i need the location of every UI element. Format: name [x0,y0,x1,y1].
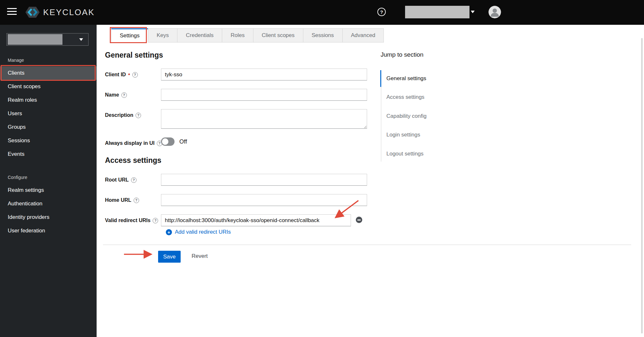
sidebar-item-realm-settings[interactable]: Realm settings [0,183,97,197]
always-display-state: Off [179,138,187,145]
client-id-label: Client ID [105,72,126,78]
client-id-help-icon[interactable]: ? [132,72,138,78]
root-url-label: Root URL [105,177,129,183]
redirect-uris-help-icon[interactable]: ? [153,218,158,223]
sidebar-item-user-federation[interactable]: User federation [0,224,97,238]
footer-divider [103,245,631,245]
sidebar-item-sessions[interactable]: Sessions [0,134,97,147]
tab-roles[interactable]: Roles [222,28,253,42]
sidebar-item-identity-providers[interactable]: Identity providers [0,211,97,224]
access-settings-heading: Access settings [105,156,161,165]
chevron-down-icon [79,38,83,41]
tab-settings[interactable]: Settings [111,28,148,42]
nav-group-spacer [0,161,97,174]
keycloak-brand[interactable]: KEYCLOAK [25,6,95,18]
name-help-icon[interactable]: ? [121,92,127,98]
remove-redirect-uri-button[interactable] [356,217,362,223]
root-url-input[interactable] [161,174,367,186]
redirect-uri-input[interactable] [161,214,351,226]
name-label-row: Name ? [105,92,127,98]
sidebar-item-groups[interactable]: Groups [0,120,97,134]
sidebar-item-clients[interactable]: Clients [0,66,97,80]
jump-item-logout-settings[interactable]: Logout settings [386,151,423,157]
sidebar-nav: Manage Clients Client scopes Realm roles… [0,57,97,238]
add-redirect-uri-button[interactable]: + Add valid redirect URIs [166,229,231,235]
tab-credentials[interactable]: Credentials [177,28,222,42]
user-avatar-icon [488,6,501,18]
nav-group-configure-label: Configure [0,174,97,181]
description-label: Description [105,112,133,118]
name-label: Name [105,92,119,98]
description-help-icon[interactable]: ? [136,113,141,118]
vertical-scrollbar[interactable] [641,38,643,333]
jump-to-section-heading: Jump to section [381,51,423,58]
app-header: KEYCLOAK ? [0,0,644,25]
always-display-toggle[interactable] [161,137,175,146]
redirect-uris-label: Valid redirect URIs [105,218,150,223]
chevron-down-icon[interactable] [471,11,475,13]
jump-item-general-settings[interactable]: General settings [386,75,426,82]
tab-advanced[interactable]: Advanced [343,28,384,42]
required-asterisk: * [128,72,130,78]
tab-keys[interactable]: Keys [148,28,177,42]
nav-group-manage-label: Manage [0,57,97,64]
home-url-label-row: Home URL ? [105,197,139,203]
sidebar-item-events[interactable]: Events [0,147,97,161]
client-detail-tabs: Settings Keys Credentials Roles Client s… [111,28,384,42]
name-input[interactable] [161,89,367,101]
home-url-label: Home URL [105,197,131,203]
sidebar-item-realm-roles[interactable]: Realm roles [0,93,97,107]
always-display-label: Always display in UI [105,140,155,146]
user-menu-redacted[interactable] [405,6,469,18]
add-redirect-uri-label: Add valid redirect URIs [175,229,231,235]
realm-selector[interactable] [6,33,89,46]
toggle-knob [162,138,168,145]
sidebar-item-client-scopes[interactable]: Client scopes [0,80,97,93]
always-display-label-row: Always display in UI ? [105,140,162,146]
realm-name-redacted [8,34,62,45]
plus-circle-icon: + [166,229,172,235]
keycloak-admin-page: KEYCLOAK ? Manage Clients Client scopes … [0,0,644,337]
client-id-input[interactable] [161,69,367,80]
home-url-help-icon[interactable]: ? [134,198,139,203]
sidebar-item-users[interactable]: Users [0,107,97,120]
brand-name: KEYCLOAK [43,7,95,17]
hamburger-menu-icon[interactable] [7,8,17,17]
home-url-input[interactable] [161,194,367,206]
keycloak-logo-icon [25,6,40,18]
description-textarea[interactable] [161,109,367,129]
description-label-row: Description ? [105,112,141,118]
save-button[interactable]: Save [158,251,181,263]
help-icon[interactable]: ? [377,8,386,16]
client-id-label-row: Client ID * ? [105,71,138,78]
jump-item-capability-config[interactable]: Capability config [386,113,427,119]
jump-item-access-settings[interactable]: Access settings [386,94,424,100]
jump-item-login-settings[interactable]: Login settings [386,132,420,138]
redirect-uris-label-row: Valid redirect URIs ? [105,217,158,224]
root-url-label-row: Root URL ? [105,177,137,183]
root-url-help-icon[interactable]: ? [131,177,137,183]
revert-button[interactable]: Revert [192,253,208,259]
jump-section-active-rule [380,70,381,87]
sidebar: Manage Clients Client scopes Realm roles… [0,25,97,337]
avatar[interactable] [488,6,501,18]
sidebar-item-authentication[interactable]: Authentication [0,197,97,211]
general-settings-heading: General settings [105,51,163,60]
tab-client-scopes[interactable]: Client scopes [253,28,303,42]
tab-sessions[interactable]: Sessions [303,28,343,42]
